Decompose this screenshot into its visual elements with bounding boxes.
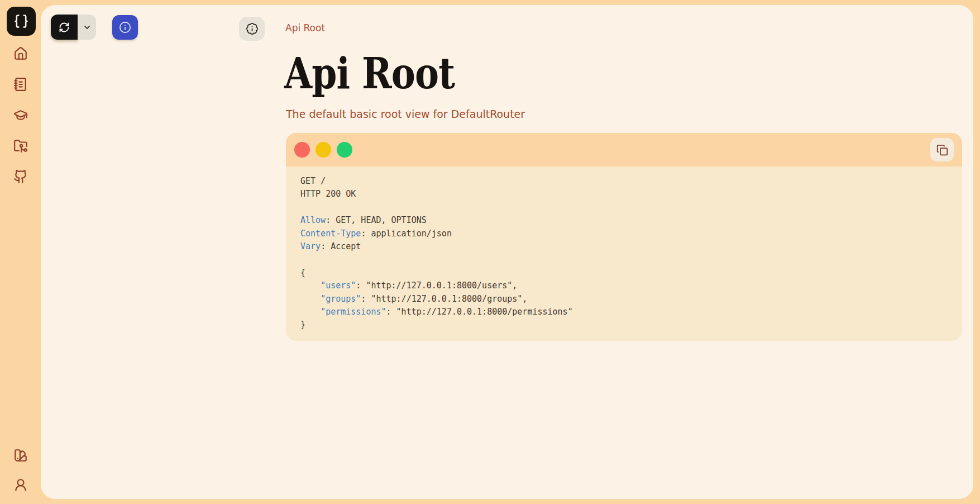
- chevron-down-icon: [83, 23, 92, 32]
- code-line: "groups": "http://127.0.0.1:8000/groups"…: [300, 293, 948, 306]
- response-terminal: GET /HTTP 200 OK Allow: GET, HEAD, OPTIO…: [286, 133, 962, 341]
- window-control-minimize-icon: [315, 142, 331, 158]
- sidebar-item-docs[interactable]: [13, 77, 28, 92]
- refresh-icon: [59, 22, 70, 33]
- main-panel: Api Root Api Root The default basic root…: [41, 5, 973, 499]
- code-line: "permissions": "http://127.0.0.1:8000/pe…: [300, 306, 948, 318]
- sidebar-bottom-nav: [0, 448, 41, 492]
- github-icon: [13, 169, 28, 184]
- refresh-split-button: [51, 15, 96, 40]
- swatch-book-icon: [13, 448, 28, 463]
- code-line: [300, 253, 948, 266]
- breadcrumb[interactable]: Api Root: [285, 22, 325, 34]
- window-control-maximize-icon: [337, 142, 352, 158]
- code-line: HTTP 200 OK: [300, 188, 948, 201]
- code-line: {: [300, 267, 948, 279]
- code-line: Vary: Accept: [300, 240, 948, 253]
- code-line: "users": "http://127.0.0.1:8000/users",: [300, 279, 948, 292]
- sidebar-item-repository[interactable]: [13, 139, 28, 153]
- page-info-button[interactable]: [239, 17, 265, 41]
- code-line: GET /: [300, 175, 948, 188]
- copy-button[interactable]: [930, 138, 954, 161]
- http-response: GET /HTTP 200 OK Allow: GET, HEAD, OPTIO…: [286, 167, 962, 341]
- copy-icon: [936, 144, 948, 156]
- refresh-button[interactable]: [51, 15, 78, 40]
- sidebar-item-github[interactable]: [13, 169, 28, 184]
- info-button[interactable]: [112, 15, 138, 40]
- graduation-cap-icon: [13, 108, 28, 122]
- notebook-text-icon: [13, 77, 28, 92]
- sidebar: [0, 0, 41, 504]
- home-icon: [13, 46, 28, 61]
- circle-info-icon: [119, 21, 131, 34]
- page-title: Api Root: [284, 52, 455, 96]
- terminal-header: [286, 133, 962, 167]
- window-controls: [294, 142, 352, 158]
- folder-git-icon: [13, 139, 28, 153]
- app-logo[interactable]: [7, 7, 36, 36]
- code-line: [300, 201, 948, 214]
- sidebar-item-account[interactable]: [13, 478, 28, 492]
- code-line: }: [300, 318, 948, 331]
- code-line: Allow: GET, HEAD, OPTIONS: [300, 214, 948, 227]
- badge-info-icon: [246, 22, 259, 35]
- braces-icon: [13, 13, 29, 29]
- sidebar-item-tutorial[interactable]: [13, 108, 28, 122]
- refresh-options-dropdown[interactable]: [78, 15, 96, 40]
- page-subtitle: The default basic root view for DefaultR…: [286, 108, 525, 120]
- sidebar-item-home[interactable]: [13, 46, 28, 61]
- code-line: Content-Type: application/json: [300, 227, 948, 240]
- sidebar-nav: [0, 46, 41, 184]
- window-control-close-icon: [294, 142, 310, 158]
- sidebar-item-theme[interactable]: [13, 448, 28, 463]
- user-icon: [13, 478, 28, 492]
